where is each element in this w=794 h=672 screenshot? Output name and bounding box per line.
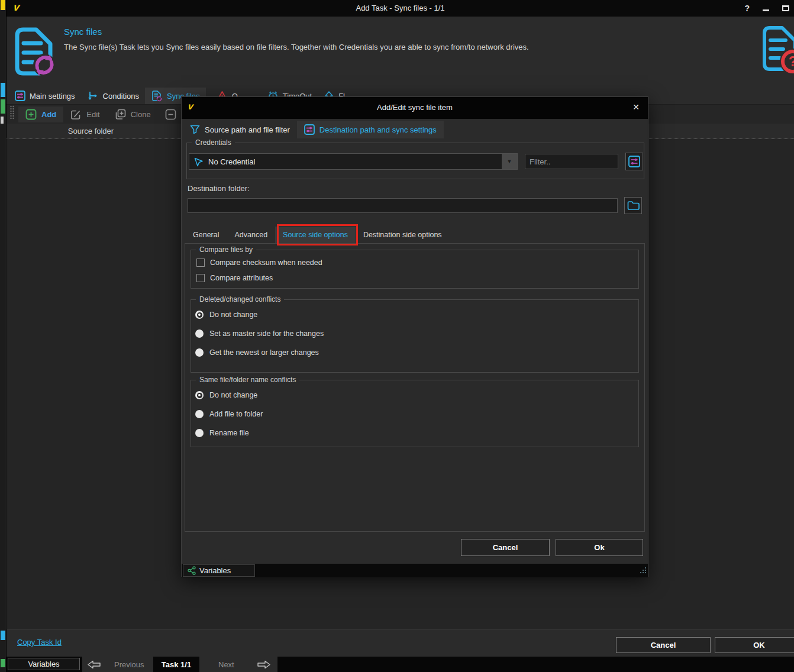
help-button[interactable]: ? <box>744 4 750 13</box>
add-edit-sync-item-dialog: v Add/Edit sync file item ✕ Source path … <box>181 96 648 577</box>
task-counter: Task 1/1 <box>154 657 198 672</box>
background-link-sliver <box>1 631 5 640</box>
radio-row[interactable]: Set as master side for the changes <box>195 328 638 340</box>
credential-value: No Credential <box>208 157 256 166</box>
dialog-close-button[interactable]: ✕ <box>632 102 640 112</box>
checkbox-label: Compare attributes <box>210 274 273 282</box>
checkbox-label: Compare checksum when needed <box>210 259 322 267</box>
variables-share-icon <box>188 566 196 575</box>
radio-do-not-change-2[interactable] <box>195 391 204 399</box>
background-icon-sliver-green <box>1 99 5 114</box>
tab-destination-path[interactable]: Destination path and sync settings <box>297 121 444 138</box>
radio-label: Do not change <box>209 391 257 399</box>
radio-row[interactable]: Add file to folder <box>195 408 638 420</box>
radio-rename-file[interactable] <box>195 429 204 437</box>
credential-dropdown[interactable]: No Credential ▼ <box>189 153 518 170</box>
footer-bar: Copy Task Id Cancel OK <box>7 629 794 657</box>
radio-label: Do not change <box>209 311 257 319</box>
radio-row[interactable]: Do not change <box>195 309 638 321</box>
edit-button[interactable]: Edit <box>63 106 106 122</box>
ok-button-main[interactable]: OK <box>715 637 794 653</box>
main-window: v Add Task - Sync files - 1/1 ? <box>6 0 794 672</box>
tab-destination-side-options[interactable]: Destination side options <box>356 227 450 243</box>
funnel-icon <box>190 125 200 134</box>
page-description: The Sync file(s) Task lets you Sync file… <box>64 43 529 51</box>
source-side-options-panel: Compare files by Compare checksum when n… <box>185 243 645 532</box>
tab-label: Main settings <box>30 92 75 101</box>
background-logo-sliver <box>1 0 5 10</box>
radio-set-master-side[interactable] <box>195 329 204 338</box>
credentials-group: Credentials No Credential ▼ <box>186 143 644 179</box>
checkbox-row[interactable]: Compare checksum when needed <box>196 257 638 269</box>
same-name-conflicts-group: Same file/folder name conflicts Do not c… <box>191 380 639 447</box>
radio-label: Set as master side for the changes <box>209 329 324 338</box>
checkbox-compare-checksum[interactable] <box>196 259 205 267</box>
radio-row[interactable]: Get the newest or larger changes <box>195 347 638 358</box>
radio-label: Get the newest or larger changes <box>209 348 319 357</box>
cancel-button-dialog[interactable]: Cancel <box>461 539 550 556</box>
deleted-changed-conflicts-group: Deleted/changed conflicts Do not change … <box>191 299 639 373</box>
tab-advanced[interactable]: Advanced <box>227 227 275 243</box>
dropdown-arrow-button[interactable]: ▼ <box>502 154 517 169</box>
column-source-folder[interactable]: Source folder <box>7 124 175 138</box>
maximize-button[interactable] <box>782 3 789 14</box>
browse-folder-button[interactable] <box>624 197 642 214</box>
credentials-legend: Credentials <box>192 138 235 147</box>
checkbox-compare-attributes[interactable] <box>196 274 205 282</box>
background-icon-sliver-cyan <box>1 83 5 97</box>
add-label: Add <box>41 110 56 119</box>
radio-add-file-to-folder[interactable] <box>195 410 204 418</box>
clone-label: Clone <box>131 110 151 119</box>
previous-task-button[interactable]: Previous <box>82 657 153 672</box>
radio-get-newest[interactable] <box>195 348 204 357</box>
window-title: Add Task - Sync files - 1/1 <box>7 4 794 12</box>
svg-text:?: ? <box>789 53 794 69</box>
credential-settings-button[interactable] <box>625 153 643 170</box>
tab-main-settings[interactable]: Main settings <box>9 88 81 104</box>
deleted-conflicts-legend: Deleted/changed conflicts <box>196 295 284 303</box>
variables-button[interactable]: Variables <box>183 564 255 577</box>
settings-sliders-icon <box>628 156 640 167</box>
cancel-button-main[interactable]: Cancel <box>616 637 711 653</box>
ok-button-dialog[interactable]: Ok <box>556 539 643 556</box>
variables-panel-button[interactable]: Variables <box>8 658 80 670</box>
radio-row[interactable]: Rename file <box>195 427 638 439</box>
resize-grip[interactable] <box>640 566 647 576</box>
background-variables-sliver <box>1 659 5 667</box>
credential-filter-input[interactable] <box>525 154 618 169</box>
task-header: Sync files The Sync file(s) Task lets yo… <box>7 17 794 88</box>
options-tab-bar: General Advanced Source side options Des… <box>185 227 450 243</box>
edit-label: Edit <box>86 110 99 119</box>
copy-task-id-link[interactable]: Copy Task Id <box>17 638 62 647</box>
tab-source-path[interactable]: Source path and file filter <box>183 121 297 138</box>
radio-row[interactable]: Do not change <box>195 389 638 401</box>
next-task-button[interactable]: Next <box>199 657 277 672</box>
compare-files-group: Compare files by Compare checksum when n… <box>191 250 639 289</box>
radio-do-not-change[interactable] <box>195 311 204 319</box>
variables-label: Variables <box>199 566 231 575</box>
next-label: Next <box>218 660 234 669</box>
add-button[interactable]: Add <box>18 106 63 122</box>
minimize-icon <box>763 9 769 11</box>
titlebar: v Add Task - Sync files - 1/1 ? <box>7 0 794 17</box>
drag-handle[interactable] <box>9 105 15 123</box>
clone-button[interactable]: Clone <box>107 106 158 122</box>
delete-icon <box>165 109 176 120</box>
destination-folder-input[interactable] <box>188 198 618 213</box>
tab-source-side-options[interactable]: Source side options <box>275 227 356 243</box>
dialog-title: Add/Edit sync file item <box>182 103 648 112</box>
sync-files-icon <box>11 26 56 80</box>
dialog-variables-bar: Variables <box>182 564 648 577</box>
credentials-row: No Credential ▼ <box>189 153 643 170</box>
tab-conditions[interactable]: Conditions <box>81 88 145 104</box>
conditions-branch-icon <box>87 91 99 102</box>
tab-label: Source path and file filter <box>205 125 290 134</box>
clone-icon <box>114 109 126 120</box>
tab-label: Conditions <box>103 92 139 101</box>
checkbox-row[interactable]: Compare attributes <box>196 272 638 284</box>
radio-label: Rename file <box>209 429 249 437</box>
arrow-right-icon <box>257 660 271 669</box>
tab-general[interactable]: General <box>185 227 227 243</box>
task-help-icon: ? <box>760 24 794 80</box>
minimize-button[interactable] <box>763 3 769 14</box>
